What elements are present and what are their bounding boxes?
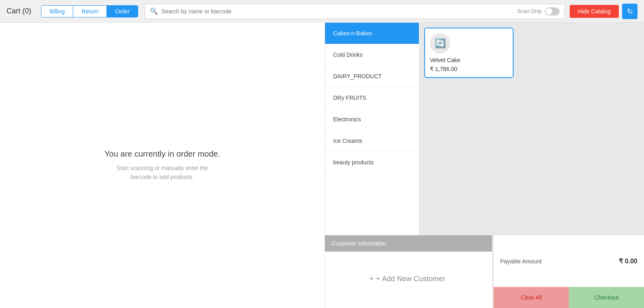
tab-group: Billing Return Order xyxy=(41,5,138,17)
tab-billing[interactable]: Billing xyxy=(41,6,73,17)
payable-label: Payable Amount xyxy=(500,258,542,265)
product-icon: 🔄 xyxy=(430,33,450,54)
checkout-button[interactable]: Checkout xyxy=(569,287,644,308)
add-icon: + xyxy=(369,275,374,283)
bottom-area: Customer Information + + Add New Custome… xyxy=(325,235,644,308)
products-area: 🔄 Velvet Cake ₹ 1,786.00 xyxy=(419,23,644,235)
category-item-cakes-n-bakes[interactable]: Cakes-n-Bakes xyxy=(325,23,419,44)
product-card-velvet-cake[interactable]: 🔄 Velvet Cake ₹ 1,786.00 xyxy=(424,28,514,78)
search-input[interactable] xyxy=(161,8,517,15)
catalog-area: Cakes-n-Bakes Cold Drinks DAIRY_PRODUCT … xyxy=(325,23,644,235)
customer-info-panel: Customer Information + + Add New Custome… xyxy=(325,235,492,308)
empty-cart-subtitle: Start scanning or manually enter thebarc… xyxy=(117,164,208,182)
category-item-dry-fruits[interactable]: DRy FRUITS xyxy=(325,87,419,109)
product-price: ₹ 1,786.00 xyxy=(430,66,508,72)
right-panel: Cakes-n-Bakes Cold Drinks DAIRY_PRODUCT … xyxy=(325,23,644,308)
empty-cart-title: You are currently in order mode. xyxy=(104,149,220,159)
cart-panel: You are currently in order mode. Start s… xyxy=(0,23,325,308)
category-item-electronics[interactable]: Electronics xyxy=(325,109,419,130)
payable-amount: ₹ 0.00 xyxy=(619,257,637,265)
action-buttons: Clear All Checkout xyxy=(494,287,644,308)
payment-area: Payable Amount ₹ 0.00 Clear All Checkout xyxy=(494,235,644,308)
header: Cart (0) Billing Return Order 🔍 Scan Onl… xyxy=(0,0,644,23)
category-list: Cakes-n-Bakes Cold Drinks DAIRY_PRODUCT … xyxy=(325,23,419,235)
refresh-button[interactable]: ↻ xyxy=(622,4,637,19)
scan-only-label: Scan Only xyxy=(517,8,542,14)
search-icon: 🔍 xyxy=(150,7,158,15)
payable-row: Payable Amount ₹ 0.00 xyxy=(494,235,644,287)
scan-only-toggle[interactable] xyxy=(545,7,559,15)
product-name: Velvet Cake xyxy=(430,57,508,63)
category-item-beauty-products[interactable]: beauty products xyxy=(325,152,419,173)
category-item-dairy-product[interactable]: DAIRY_PRODUCT xyxy=(325,66,419,87)
add-customer-button[interactable]: + + Add New Customer xyxy=(325,252,492,306)
clear-all-button[interactable]: Clear All xyxy=(494,287,569,308)
customer-info-header: Customer Information xyxy=(325,235,492,252)
tab-return[interactable]: Return xyxy=(73,6,107,17)
category-item-cold-drinks[interactable]: Cold Drinks xyxy=(325,44,419,66)
main-layout: You are currently in order mode. Start s… xyxy=(0,23,644,308)
category-item-ice-creams[interactable]: Ice Creams xyxy=(325,130,419,152)
tab-order[interactable]: Order xyxy=(107,6,138,17)
search-area: 🔍 Scan Only xyxy=(145,4,565,19)
cart-title: Cart (0) xyxy=(7,7,31,15)
hide-catalog-button[interactable]: Hide Catalog xyxy=(570,5,619,18)
add-customer-label: + Add New Customer xyxy=(376,275,445,283)
